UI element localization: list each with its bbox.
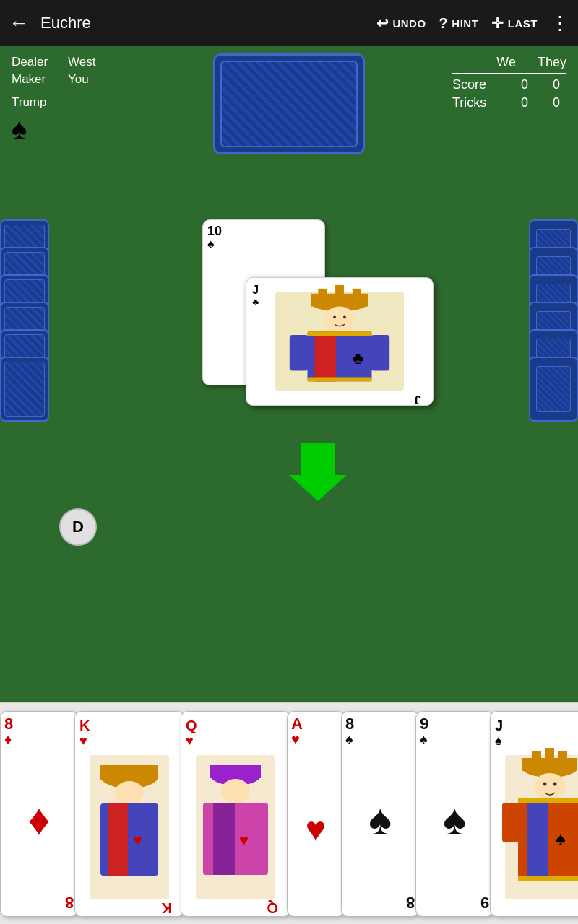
svg-text:♥: ♥ bbox=[186, 733, 194, 748]
back-button[interactable]: ← bbox=[9, 12, 29, 35]
west-card-6 bbox=[0, 357, 49, 422]
east-cards bbox=[529, 219, 578, 422]
trump-suit: ♠ bbox=[12, 113, 147, 145]
maker-row: Maker You bbox=[12, 72, 147, 87]
svg-point-37 bbox=[221, 779, 250, 803]
jack-spades-svg: J ♠ ♠ J bbox=[491, 712, 578, 917]
svg-rect-39 bbox=[213, 803, 235, 875]
svg-rect-48 bbox=[532, 751, 541, 762]
player-hand: 8 ♦ ♦ 8 K ♥ ♥ K Q ♥ bbox=[0, 702, 578, 924]
svg-text:K: K bbox=[79, 718, 90, 733]
svg-text:♣: ♣ bbox=[353, 349, 364, 367]
toolbar-actions: ↩ UNDO ? HINT ✛ LAST ⋮ bbox=[376, 12, 569, 35]
svg-rect-47 bbox=[522, 758, 577, 771]
score-label: Score bbox=[452, 77, 503, 92]
card-top-8d: 8 ♦ bbox=[4, 716, 74, 746]
tricks-label: Tricks bbox=[452, 95, 503, 110]
more-button[interactable]: ⋮ bbox=[551, 12, 569, 35]
hand-card-kh[interactable]: K ♥ ♥ K bbox=[74, 711, 184, 917]
svg-rect-49 bbox=[545, 748, 554, 759]
they-score: 0 bbox=[546, 77, 566, 92]
last-icon: ✛ bbox=[491, 14, 504, 32]
dealer-badge: D bbox=[59, 508, 97, 546]
hint-icon: ? bbox=[439, 15, 449, 32]
score-header: We They bbox=[452, 55, 566, 74]
queen-hearts-svg: Q ♥ ♥ Q bbox=[181, 712, 290, 917]
hand-card-8s[interactable]: 8 ♠ ♠ 8 bbox=[341, 711, 419, 917]
play-area: 10 ♠ ♠♠♠ ♠♠♠ ♠ ♠♠♠ J ♣ J bbox=[0, 205, 578, 696]
trump-area: Trump ♠ bbox=[12, 95, 147, 145]
last-button[interactable]: ✛ LAST bbox=[491, 14, 538, 32]
svg-text:♥: ♥ bbox=[133, 831, 142, 849]
svg-rect-59 bbox=[502, 803, 519, 842]
we-score: 0 bbox=[514, 77, 535, 92]
left-info: Dealer West Maker You Trump ♠ bbox=[0, 46, 159, 205]
card-top-8s: 8 ♠ bbox=[345, 716, 415, 746]
card-back-pattern bbox=[220, 61, 358, 147]
svg-text:♠: ♠ bbox=[495, 733, 502, 748]
undo-icon: ↩ bbox=[376, 14, 389, 32]
score-table: We They Score 0 0 Tricks 0 0 bbox=[452, 55, 566, 113]
they-tricks: 0 bbox=[546, 95, 566, 110]
top-bar: ← Euchre ↩ UNDO ? HINT ✛ LAST ⋮ bbox=[0, 0, 578, 46]
svg-text:♥: ♥ bbox=[79, 733, 87, 748]
arrow-down-shape bbox=[289, 443, 347, 501]
we-tricks: 0 bbox=[514, 95, 535, 110]
svg-rect-18 bbox=[290, 335, 309, 370]
trump-label: Trump bbox=[12, 95, 47, 109]
hand-card-js[interactable]: J ♠ ♠ J bbox=[490, 711, 578, 917]
svg-rect-19 bbox=[371, 335, 390, 370]
svg-point-11 bbox=[333, 315, 336, 318]
maker-value: You bbox=[68, 72, 89, 87]
svg-rect-56 bbox=[518, 798, 578, 803]
svg-point-10 bbox=[324, 307, 355, 333]
tricks-row: Tricks 0 0 bbox=[452, 95, 566, 110]
dealer-badge-label: D bbox=[72, 518, 84, 536]
svg-rect-9 bbox=[353, 289, 361, 299]
svg-text:K: K bbox=[161, 900, 172, 916]
hand-card-9s[interactable]: 9 ♠ ♠ 9 bbox=[415, 711, 493, 917]
svg-text:J: J bbox=[495, 718, 503, 733]
svg-text:♥: ♥ bbox=[239, 831, 249, 849]
svg-rect-16 bbox=[308, 377, 372, 381]
center-trick: 10 ♠ ♠♠♠ ♠♠♠ ♠ ♠♠♠ J ♣ J bbox=[173, 219, 405, 450]
hand-card-ah[interactable]: A ♥ ♥ bbox=[287, 711, 345, 917]
they-header: They bbox=[538, 55, 566, 70]
svg-rect-28 bbox=[108, 803, 128, 876]
west-cards bbox=[0, 219, 49, 422]
svg-rect-57 bbox=[518, 876, 578, 881]
svg-point-12 bbox=[343, 315, 346, 318]
hint-button[interactable]: ? HINT bbox=[439, 15, 479, 32]
svg-rect-55 bbox=[527, 798, 548, 881]
card-top-9s: 9 ♠ bbox=[420, 716, 489, 746]
hand-card-qh[interactable]: Q ♥ ♥ Q bbox=[181, 711, 290, 917]
east-card-6 bbox=[529, 357, 578, 422]
dealer-row: Dealer West bbox=[12, 55, 147, 69]
north-card-back bbox=[213, 53, 365, 154]
svg-point-52 bbox=[543, 782, 547, 785]
king-hearts-svg: K ♥ ♥ K bbox=[75, 712, 184, 917]
dealer-value: West bbox=[68, 55, 95, 69]
svg-rect-25 bbox=[100, 765, 158, 780]
suit-display: ♠ bbox=[207, 237, 215, 250]
score-row: Score 0 0 bbox=[452, 77, 566, 92]
card-top-ah: A ♥ bbox=[291, 716, 340, 746]
last-label: LAST bbox=[508, 17, 538, 30]
svg-rect-50 bbox=[558, 751, 567, 762]
svg-rect-15 bbox=[308, 331, 372, 336]
hand-card-8d[interactable]: 8 ♦ ♦ 8 bbox=[0, 711, 78, 917]
undo-button[interactable]: ↩ UNDO bbox=[376, 14, 426, 32]
dealer-label: Dealer bbox=[12, 55, 62, 69]
svg-point-53 bbox=[553, 782, 557, 785]
info-bar: Dealer West Maker You Trump ♠ We They Sc… bbox=[0, 46, 578, 205]
maker-label: Maker bbox=[12, 72, 62, 87]
svg-rect-14 bbox=[314, 331, 336, 381]
hint-label: HINT bbox=[452, 17, 478, 30]
svg-rect-38 bbox=[203, 803, 268, 875]
svg-rect-7 bbox=[318, 289, 327, 299]
north-cards bbox=[213, 53, 365, 154]
app-title: Euchre bbox=[40, 14, 365, 32]
rank-display: 10 bbox=[207, 225, 222, 237]
undo-label: UNDO bbox=[392, 17, 426, 30]
svg-rect-36 bbox=[210, 765, 261, 778]
